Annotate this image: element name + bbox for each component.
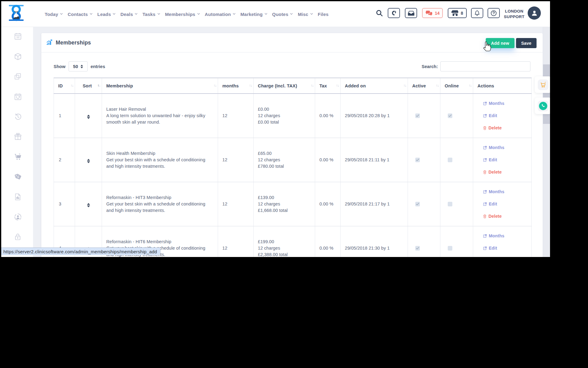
main-menu: TodayContactsLeadsDealsTasksMembershipsA…	[45, 1, 329, 27]
edit-link-label: Edit	[489, 113, 497, 118]
cell-sort	[75, 138, 102, 182]
menu-item-tasks[interactable]: Tasks	[142, 12, 160, 17]
sidebar-item-user-circle-icon[interactable]	[14, 213, 22, 221]
sidebar-item-cart-icon[interactable]	[14, 153, 22, 161]
row-actions: MonthsEditDelete	[483, 101, 531, 130]
store-button-count-badge: 8	[461, 11, 463, 16]
membership-description: A long term solution to unwanted hair - …	[106, 113, 209, 125]
online-checkbox[interactable]	[448, 158, 452, 162]
column-header-sort[interactable]: Sort↑↓	[75, 78, 102, 94]
menu-item-contacts[interactable]: Contacts	[68, 12, 92, 17]
column-label: Membership	[106, 83, 133, 88]
cell-tax: 0.00 %	[315, 226, 341, 257]
sort-arrows-icon: ↑↓	[311, 83, 313, 88]
cell-active	[408, 182, 440, 226]
delete-link[interactable]: Delete	[483, 214, 531, 219]
column-label: Active	[412, 83, 426, 88]
user-name[interactable]: LONDON SUPPORT	[502, 9, 527, 20]
select-caret-icon	[81, 65, 83, 68]
column-header-months[interactable]: months↑↓	[218, 78, 254, 94]
sidebar-item-appointment-icon[interactable]	[14, 93, 22, 101]
menu-item-deals[interactable]: Deals	[120, 12, 138, 17]
entries-select[interactable]: 50	[69, 61, 88, 71]
menu-item-files[interactable]: Files	[318, 12, 329, 17]
column-header-added-on[interactable]: Added on↑↓	[341, 78, 408, 94]
months-link[interactable]: Months	[483, 189, 531, 194]
column-header-membership[interactable]: Membership↑↓	[102, 78, 218, 94]
menu-item-quotes[interactable]: Quotes	[272, 12, 293, 17]
months-link[interactable]: Months	[483, 233, 531, 238]
call-button[interactable]	[538, 101, 548, 111]
cell-sort	[75, 182, 102, 226]
user-avatar[interactable]	[528, 6, 541, 20]
online-checkbox[interactable]	[448, 113, 452, 118]
delete-link-icon	[483, 214, 487, 218]
user-name-line2: SUPPORT	[502, 14, 527, 20]
online-checkbox[interactable]	[448, 246, 452, 251]
scrollbar-thumb[interactable]	[543, 64, 550, 124]
store-icon	[451, 10, 459, 16]
add-new-button[interactable]: Add new	[486, 38, 514, 48]
drag-sort-handle[interactable]	[87, 159, 90, 163]
delete-link[interactable]: Delete	[483, 170, 531, 174]
menu-item-automation[interactable]: Automation	[205, 12, 236, 17]
notifications-button[interactable]	[471, 8, 483, 18]
charge-amount: £0.00	[258, 106, 315, 113]
active-checkbox[interactable]	[415, 113, 420, 118]
delete-link[interactable]: Delete	[483, 125, 531, 130]
sidebar-item-calendar-icon[interactable]: 12	[14, 32, 22, 40]
sidebar-item-package-icon[interactable]	[14, 52, 22, 60]
membership-row: 1Laser Hair RemovalA long term solution …	[54, 94, 532, 138]
row-actions: MonthsEditDelete	[483, 145, 531, 174]
membership-text: Skin Health MembershipGet your best skin…	[106, 150, 209, 170]
menu-item-memberships[interactable]: Memberships	[165, 12, 200, 17]
column-header-online[interactable]: Online↑↓	[440, 78, 473, 94]
delete-link-icon	[483, 126, 487, 130]
drag-sort-handle[interactable]	[87, 203, 90, 207]
active-checkbox[interactable]	[415, 202, 420, 206]
sidebar-item-history-icon[interactable]	[14, 113, 22, 121]
store-button[interactable]: 8	[448, 8, 467, 18]
edit-link[interactable]: Edit	[483, 113, 531, 118]
cart-button[interactable]	[538, 79, 548, 90]
menu-item-today[interactable]: Today	[45, 12, 63, 17]
sidebar-item-copy-icon[interactable]	[14, 72, 22, 80]
column-header-charge-incl-tax-[interactable]: Charge (Incl. TAX)↑↓	[254, 78, 315, 94]
charge-count: 12 charges	[258, 245, 315, 251]
menu-item-misc[interactable]: Misc	[298, 12, 313, 17]
edit-link-icon	[483, 202, 487, 206]
months-link[interactable]: Months	[483, 145, 531, 150]
menu-item-leads[interactable]: Leads	[97, 12, 115, 17]
cell-id: 1	[54, 94, 75, 138]
show-label: Show	[54, 64, 66, 69]
save-button[interactable]: Save	[516, 38, 537, 48]
column-header-tax[interactable]: Tax↑↓	[315, 78, 341, 94]
search-input[interactable]	[440, 61, 530, 71]
cell-membership: Skin Health MembershipGet your best skin…	[102, 138, 218, 182]
menu-item-marketing[interactable]: Marketing	[240, 12, 267, 17]
sidebar-item-tag-icon[interactable]: £	[14, 173, 22, 181]
inbox-button[interactable]	[405, 8, 417, 18]
edit-link[interactable]: Edit	[483, 246, 531, 251]
online-checkbox[interactable]	[448, 202, 452, 206]
search-icon[interactable]	[375, 9, 383, 18]
months-link[interactable]: Months	[483, 101, 531, 106]
page-scrollbar[interactable]	[543, 27, 550, 257]
drag-sort-handle[interactable]	[87, 115, 90, 119]
edit-link[interactable]: Edit	[483, 201, 531, 206]
sidebar-item-gift-icon[interactable]	[14, 132, 22, 140]
cell-charge: £65.0012 charges£780.00 total	[254, 138, 315, 182]
column-header-active[interactable]: Active↑↓	[408, 78, 440, 94]
phone-button[interactable]	[388, 8, 400, 18]
edit-link[interactable]: Edit	[483, 157, 531, 162]
sidebar-item-lock-icon[interactable]	[14, 233, 22, 241]
cell-tax: 0.00 %	[315, 94, 341, 138]
messages-button[interactable]: 14	[422, 8, 443, 18]
column-header-id[interactable]: ID↑↓	[54, 78, 75, 94]
cell-added-on: 29/05/2018 21:11 by 1	[341, 138, 408, 182]
active-checkbox[interactable]	[415, 246, 420, 251]
help-button[interactable]	[488, 8, 500, 18]
active-checkbox[interactable]	[415, 158, 420, 162]
app-logo-icon[interactable]	[8, 4, 24, 22]
sidebar-item-report-icon[interactable]	[14, 193, 22, 201]
